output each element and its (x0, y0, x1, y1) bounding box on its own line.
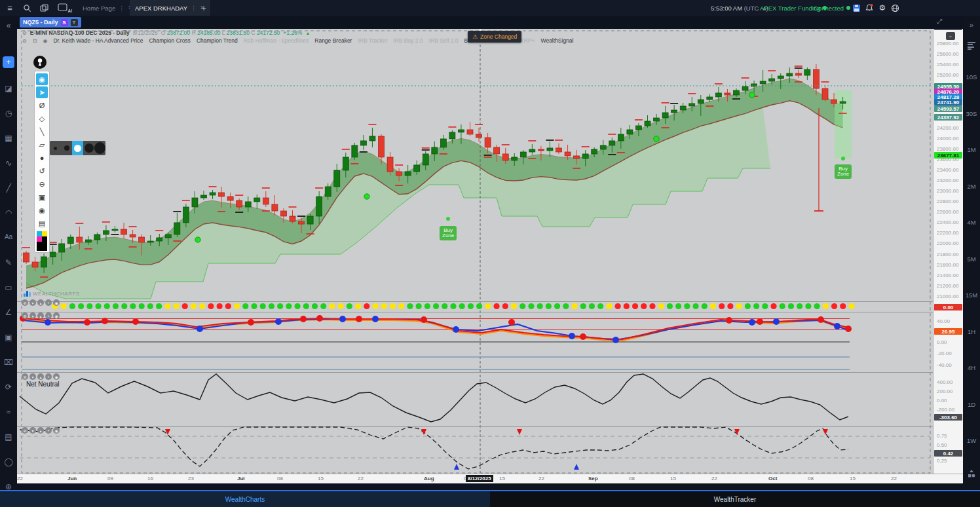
save-icon[interactable] (850, 2, 862, 14)
rectangle-tool-icon[interactable]: ▭ (0, 283, 17, 292)
erase-tool-icon[interactable]: ⌧ (0, 358, 17, 367)
mute-panel-icon[interactable]: ⊘ (22, 373, 28, 380)
timeframe-button-1d[interactable]: 1D (963, 401, 980, 408)
timeframe-button-5m[interactable]: 5M (963, 255, 980, 263)
eraser-icon[interactable]: ▱ (36, 139, 48, 151)
trendline-icon[interactable]: ╱ (0, 183, 17, 193)
angle-tool-icon[interactable]: ∠ (0, 308, 17, 317)
indicator-toggle-champion-trend[interactable]: Champion Trend (197, 37, 238, 44)
add-chart-icon[interactable]: + (3, 56, 14, 68)
timeframe-button-4h[interactable]: 4H (963, 364, 980, 371)
indicator-toggle-trp-[interactable]: TRP+ (521, 37, 535, 44)
expand-panel-icon[interactable]: ▴ (37, 312, 44, 319)
chart-canvas[interactable] (17, 29, 933, 474)
visibility-panel-icon[interactable]: ◉ (53, 427, 60, 434)
visibility-panel-icon[interactable]: ◉ (53, 312, 60, 319)
add-panel-icon[interactable]: + (45, 373, 52, 380)
depth-ladder-icon[interactable] (968, 41, 975, 51)
arc-icon[interactable]: ◠ (0, 208, 17, 217)
brush-size-option[interactable] (72, 141, 83, 155)
collapse-panel-icon[interactable]: ▾ (29, 427, 36, 434)
globe-icon[interactable] (889, 2, 901, 14)
time-axis[interactable]: 22Jun091623Jul081522Aug081522Sep081522Oc… (17, 474, 963, 483)
add-panel-icon[interactable]: + (45, 299, 52, 306)
draw-icon[interactable]: ✎ (0, 258, 17, 267)
mute-panel-icon[interactable]: ⊘ (22, 312, 28, 319)
windows-layout-icon[interactable] (38, 2, 50, 14)
new-tab-button[interactable]: + (198, 2, 210, 14)
indicator-toggle-irb-buy-2-0[interactable]: IRB Buy 2.0 (393, 37, 423, 44)
badge-t[interactable]: T (71, 19, 78, 26)
timeframe-button-15m[interactable]: 15M (963, 291, 980, 299)
expand-panel-icon[interactable]: ▴ (37, 427, 44, 434)
dot-size-icon[interactable]: ● (36, 152, 48, 164)
timeframe-button-4m[interactable]: 4M (963, 219, 980, 226)
expand-panel-icon[interactable]: ▴ (37, 373, 44, 380)
color-palette[interactable] (37, 231, 47, 242)
clipboard-icon[interactable]: ▤ (36, 217, 48, 229)
notifications-bell-icon[interactable] (863, 2, 875, 14)
tab-options-icon[interactable]: ⋮ (191, 5, 197, 11)
indicator-toggle-rob-hoffman-speedlines[interactable]: Rob Hoffman - Speedlines (244, 37, 309, 44)
trash-icon[interactable]: ⊖ (36, 178, 48, 190)
grid-tool-icon[interactable]: ▣ (0, 333, 17, 342)
add-panel-icon[interactable]: + (45, 312, 52, 319)
collapse-price-tags-icon[interactable]: ⌄ (946, 32, 955, 40)
brush-size-option[interactable] (61, 141, 72, 155)
visibility-panel-icon[interactable]: ◉ (53, 373, 60, 380)
layers-icon[interactable]: ▤ (0, 432, 17, 441)
bag-icon[interactable]: ▣ (36, 191, 48, 203)
indicator-toggle-wealthsignal[interactable]: WealthSignal (541, 37, 574, 44)
expand-panel-icon[interactable]: » (963, 21, 980, 29)
tab-options-icon[interactable]: ⋮ (119, 5, 124, 11)
undo-icon[interactable]: ↺ (36, 165, 48, 177)
collapse-panel-icon[interactable]: ▾ (29, 373, 36, 380)
camera-icon[interactable]: ◉ (36, 204, 48, 216)
brush-size-option[interactable] (83, 141, 94, 155)
calendar-icon[interactable]: ▦ (0, 134, 17, 143)
no-draw-icon[interactable]: Ø (36, 100, 48, 111)
indicator-toggle-champion-cross[interactable]: Champion Cross (149, 37, 191, 44)
text-tool-icon[interactable]: Aa (0, 233, 17, 240)
collapse-icon[interactable]: ⊟ (33, 38, 37, 44)
mute-panel-icon[interactable]: ⊘ (22, 427, 28, 434)
ai-assistant-icon[interactable]: AI (56, 2, 72, 14)
mute-panel-icon[interactable]: ⊘ (22, 299, 28, 306)
collapse-panel-icon[interactable]: « (0, 21, 17, 30)
timeframe-button-2m[interactable]: 2M (963, 183, 980, 190)
settings-gear-icon[interactable]: ⚙ (876, 2, 888, 14)
bottom-tab-wealthcharts[interactable]: WealthCharts (0, 491, 490, 507)
eye-icon[interactable]: ◉ (43, 38, 47, 44)
bottom-tab-wealthtracker[interactable]: WealthTracker (490, 491, 980, 507)
badge-s[interactable]: S (61, 19, 68, 26)
cursor-icon[interactable]: ➤ (36, 86, 48, 98)
tab-home-page[interactable]: Home Page⋮✕ (77, 0, 138, 16)
indicator-toggle-dr-keith-wade-ha-advanced-price[interactable]: Dr. Keith Wade - HA Advanced Price (53, 37, 143, 44)
indicator-toggle-range-breaker[interactable]: Range Breaker (314, 37, 352, 44)
visibility-panel-icon[interactable]: ◉ (53, 299, 60, 306)
eye-icon[interactable]: ◉ (36, 73, 48, 85)
price-axis[interactable]: 25800.0025600.0025400.0025200.0025000.00… (933, 29, 964, 474)
collapse-panel-icon[interactable]: ▾ (29, 312, 36, 319)
drawing-logo-icon[interactable] (33, 55, 47, 69)
add-panel-icon[interactable]: + (45, 427, 52, 434)
hide-icon[interactable]: ⊘ (22, 38, 27, 44)
timeframe-button-1m[interactable]: 1M (963, 146, 980, 153)
highlighter-icon[interactable]: ◇ (36, 113, 48, 124)
refresh-icon[interactable]: ⟳ (0, 383, 17, 392)
line-draw-icon[interactable]: ╲ (36, 126, 48, 138)
timeframe-button-1h[interactable]: 1H (963, 328, 980, 335)
time-icon[interactable]: ◷ (0, 109, 17, 118)
brush-size-option[interactable] (94, 141, 105, 155)
expand-panel-icon[interactable]: ▴ (37, 299, 44, 306)
wave-icon[interactable]: ≈ (0, 407, 17, 417)
circle-tool-icon[interactable]: ◯ (0, 457, 17, 466)
indicator-toggle-irb-sell-2-0[interactable]: IRB Sell 2.0 (429, 37, 459, 44)
maximize-chart-icon[interactable]: ⤢ (937, 18, 942, 26)
brush-size-option[interactable] (50, 141, 61, 155)
active-color-swatch[interactable] (37, 242, 47, 251)
indicator-toggle-irb-tracker[interactable]: IRB Tracker (358, 37, 387, 44)
hide-icon[interactable]: ⊘ (22, 30, 27, 36)
hamburger-menu-icon[interactable]: ≡ (4, 2, 16, 14)
timeframe-button-10s[interactable]: 10S (963, 73, 980, 81)
